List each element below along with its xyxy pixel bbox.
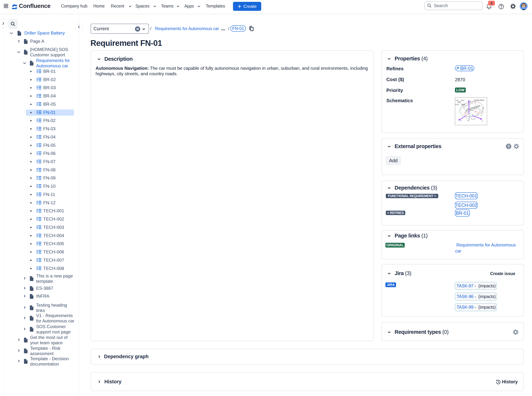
svg-text:z: z [470, 100, 471, 102]
svg-text:Left: Left [456, 99, 458, 101]
svg-text:x: x [460, 120, 462, 122]
svg-text:Front: Front [455, 104, 459, 105]
svg-text:θ: θ [482, 107, 483, 109]
svg-text:k: k [472, 114, 473, 116]
svg-text:M: M [465, 113, 467, 115]
svg-text:(x ,y ,z ): (x ,y ,z ) [471, 118, 475, 120]
svg-text:k: k [478, 113, 479, 115]
svg-text:Rear: Rear [461, 99, 464, 101]
svg-text:y: y [482, 119, 483, 122]
svg-text:Right: Right [461, 104, 465, 105]
svg-text:?: ? [507, 144, 510, 148]
svg-text:k: k [481, 114, 482, 116]
svg-text:M: M [475, 111, 476, 112]
svg-text:Cylinder Block: Cylinder Block [474, 99, 485, 101]
svg-text:k: k [466, 117, 467, 119]
